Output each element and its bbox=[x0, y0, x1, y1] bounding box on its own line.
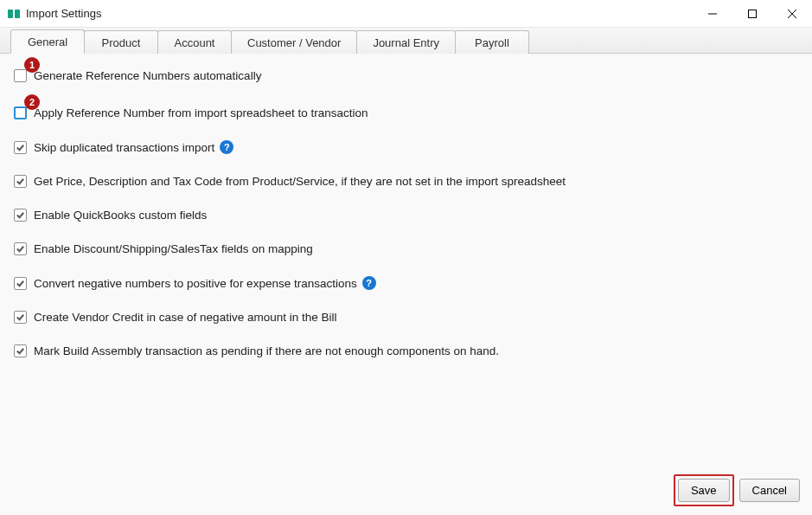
svg-rect-3 bbox=[749, 10, 757, 17]
option-label: Apply Reference Number from import sprea… bbox=[34, 106, 368, 119]
option-label: Generate Reference Numbers automatically bbox=[34, 69, 261, 82]
checkbox-convert-neg[interactable] bbox=[14, 277, 27, 290]
close-button[interactable] bbox=[772, 0, 812, 28]
option-row-get-price: Get Price, Description and Tax Code from… bbox=[14, 175, 798, 188]
svg-rect-0 bbox=[8, 10, 13, 18]
cancel-button[interactable]: Cancel bbox=[739, 479, 800, 502]
help-icon[interactable]: ? bbox=[220, 140, 233, 154]
option-label: Mark Build Assembly transaction as pendi… bbox=[34, 344, 499, 357]
tab-journal-entry[interactable]: Journal Entry bbox=[356, 30, 456, 54]
checkbox-get-price[interactable] bbox=[14, 175, 27, 188]
tab-label: Customer / Vendor bbox=[247, 36, 341, 49]
checkbox-skip-dup[interactable] bbox=[14, 141, 27, 154]
option-label: Enable QuickBooks custom fields bbox=[34, 209, 207, 222]
settings-panel: 1 Generate Reference Numbers automatical… bbox=[0, 54, 812, 515]
option-label: Create Vendor Credit in case of negative… bbox=[34, 311, 336, 324]
option-label: Skip duplicated transactions import bbox=[34, 141, 214, 154]
tab-account[interactable]: Account bbox=[157, 30, 232, 54]
option-row-generate-ref: 1 Generate Reference Numbers automatical… bbox=[14, 69, 798, 82]
minimize-button[interactable] bbox=[693, 0, 732, 28]
dialog-footer: Save Cancel bbox=[674, 474, 800, 506]
tab-label: Account bbox=[175, 36, 215, 49]
option-row-enable-custom: Enable QuickBooks custom fields bbox=[14, 209, 798, 222]
save-button[interactable]: Save bbox=[678, 479, 730, 502]
checkbox-mark-build[interactable] bbox=[14, 344, 27, 357]
option-label: Convert negative numbers to positive for… bbox=[34, 277, 357, 290]
option-row-apply-ref: 2 Apply Reference Number from import spr… bbox=[14, 106, 798, 119]
tab-label: General bbox=[28, 35, 67, 48]
checkbox-vendor-credit[interactable] bbox=[14, 311, 27, 324]
option-label: Get Price, Description and Tax Code from… bbox=[34, 175, 566, 188]
option-label: Enable Discount/Shipping/SalesTax fields… bbox=[34, 242, 313, 255]
checkbox-generate-ref[interactable] bbox=[14, 69, 27, 82]
title-bar: Import Settings bbox=[0, 0, 812, 28]
tab-general[interactable]: General bbox=[10, 29, 85, 54]
checkbox-apply-ref[interactable] bbox=[14, 106, 27, 119]
checkbox-enable-discount[interactable] bbox=[14, 242, 27, 255]
option-row-skip-dup: Skip duplicated transactions import ? bbox=[14, 140, 798, 154]
tab-strip: General Product Account Customer / Vendo… bbox=[0, 28, 812, 54]
save-highlight-box: Save bbox=[674, 474, 734, 506]
option-row-vendor-credit: Create Vendor Credit in case of negative… bbox=[14, 311, 798, 324]
tab-label: Payroll bbox=[475, 36, 509, 49]
tab-label: Journal Entry bbox=[373, 36, 439, 49]
tab-product[interactable]: Product bbox=[84, 30, 158, 54]
option-row-mark-build: Mark Build Assembly transaction as pendi… bbox=[14, 344, 798, 357]
tab-payroll[interactable]: Payroll bbox=[455, 30, 529, 54]
svg-rect-1 bbox=[15, 10, 20, 18]
annotation-badge-2: 2 bbox=[24, 94, 40, 110]
checkbox-enable-custom[interactable] bbox=[14, 209, 27, 222]
tab-label: Product bbox=[102, 36, 141, 49]
option-row-enable-discount: Enable Discount/Shipping/SalesTax fields… bbox=[14, 242, 798, 255]
option-row-convert-neg: Convert negative numbers to positive for… bbox=[14, 276, 798, 290]
app-icon bbox=[7, 7, 21, 21]
maximize-button[interactable] bbox=[732, 0, 772, 28]
annotation-badge-1: 1 bbox=[24, 57, 40, 73]
tab-customer-vendor[interactable]: Customer / Vendor bbox=[231, 30, 357, 54]
help-icon[interactable]: ? bbox=[362, 276, 376, 290]
window-title: Import Settings bbox=[26, 7, 101, 20]
